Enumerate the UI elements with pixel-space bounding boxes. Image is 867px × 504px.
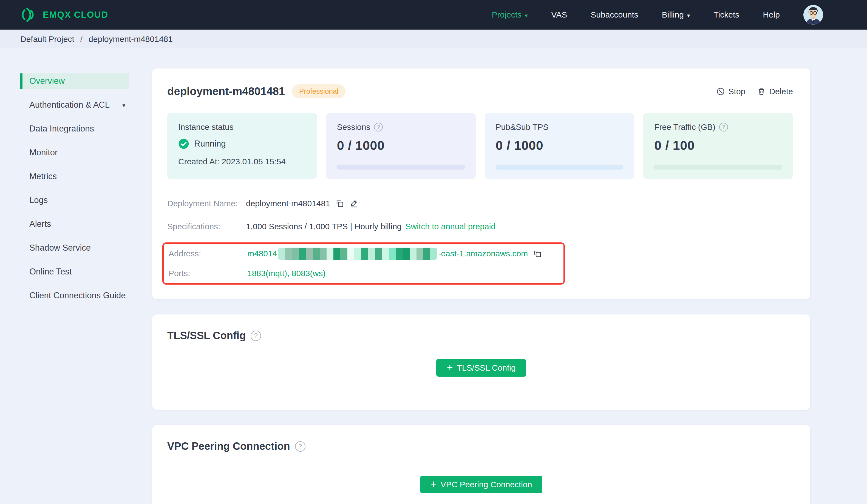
sidebar: Overview Authentication & ACL▾ Data Inte… <box>20 74 129 312</box>
brand-name: EMQX CLOUD <box>43 10 108 20</box>
user-avatar[interactable] <box>803 5 823 25</box>
nav-item-billing[interactable]: Billing▾ <box>662 10 690 20</box>
brand[interactable]: EMQX CLOUD <box>20 7 108 23</box>
specifications-label: Specifications: <box>167 222 246 231</box>
free-traffic-card: Free Traffic (GB)? 0 / 100 <box>643 113 793 179</box>
caret-down-icon: ▾ <box>525 11 528 18</box>
specifications-row: Specifications: 1,000 Sessions / 1,000 T… <box>167 215 793 238</box>
sidebar-item-metrics[interactable]: Metrics <box>20 169 129 184</box>
sidebar-item-label: Shadow Service <box>29 243 91 253</box>
nav-label: Projects <box>492 10 522 20</box>
sidebar-item-monitor[interactable]: Monitor <box>20 145 129 160</box>
pubsub-tps-card: Pub&Sub TPS 0 / 1000 <box>485 113 634 179</box>
help-icon[interactable]: ? <box>250 331 261 341</box>
address-prefix: m48014 <box>247 249 277 258</box>
tls-ssl-card: TLS/SSL Config ? + TLS/SSL Config <box>152 315 810 410</box>
caret-down-icon: ▾ <box>687 11 690 18</box>
nav-item-projects[interactable]: Projects▾ <box>492 10 528 20</box>
deployment-name-label: Deployment Name: <box>167 199 246 208</box>
copy-icon[interactable] <box>335 199 344 208</box>
sidebar-item-overview[interactable]: Overview <box>20 74 129 89</box>
sidebar-item-authentication-acl[interactable]: Authentication & ACL▾ <box>20 97 129 112</box>
deployment-name-value: deployment-m4801481 <box>246 199 330 208</box>
nav-label: Help <box>763 10 780 20</box>
specifications-value: 1,000 Sessions / 1,000 TPS | Hourly bill… <box>246 222 402 231</box>
sessions-value: 0 / 1000 <box>337 138 465 153</box>
sidebar-item-label: Client Connections Guide <box>29 291 126 300</box>
nav-label: Subaccounts <box>591 10 638 20</box>
sidebar-item-label: Metrics <box>29 172 57 181</box>
created-at: Created At: 2023.01.05 15:54 <box>178 157 306 166</box>
help-icon[interactable]: ? <box>719 123 728 131</box>
sessions-progressbar <box>337 165 465 169</box>
nav-label: Billing <box>662 10 684 20</box>
stat-label: Sessions <box>337 122 371 132</box>
edit-icon[interactable] <box>349 199 358 208</box>
nav-item-tickets[interactable]: Tickets <box>714 10 739 20</box>
stop-button[interactable]: Stop <box>716 87 746 96</box>
switch-annual-prepaid-link[interactable]: Switch to annual prepaid <box>406 222 496 231</box>
address-ports-annotation-box: Address: m48014 -east-1.amazonaws.com Po… <box>162 242 565 285</box>
sidebar-item-label: Overview <box>29 76 65 86</box>
add-tls-ssl-config-button[interactable]: + TLS/SSL Config <box>436 359 526 377</box>
ports-label: Ports: <box>169 269 247 278</box>
nav-item-help[interactable]: Help <box>763 10 780 20</box>
help-icon[interactable]: ? <box>374 123 383 131</box>
tls-title-row: TLS/SSL Config ? <box>167 330 795 342</box>
top-navbar: EMQX CLOUD Projects▾ VAS Subaccounts Bil… <box>0 0 867 30</box>
stat-label: Free Traffic (GB) <box>654 122 715 132</box>
sidebar-item-alerts[interactable]: Alerts <box>20 216 129 232</box>
caret-down-icon: ▾ <box>122 101 125 109</box>
redacted-address-mosaic <box>278 248 437 260</box>
plus-icon: + <box>447 362 453 374</box>
instance-status-card: Instance status Running Created At: 2023… <box>167 113 317 179</box>
add-tls-label: TLS/SSL Config <box>457 363 516 373</box>
sidebar-item-label: Alerts <box>29 219 51 229</box>
main-nav: Projects▾ VAS Subaccounts Billing▾ Ticke… <box>492 5 823 25</box>
sidebar-item-label: Data Integrations <box>29 124 94 134</box>
help-icon[interactable]: ? <box>295 441 306 452</box>
sidebar-item-label: Authentication & ACL <box>29 100 110 110</box>
stop-label: Stop <box>729 87 746 96</box>
deployment-overview-card: deployment-m4801481 Professional Stop De… <box>152 68 810 299</box>
stat-label: Instance status <box>178 122 234 132</box>
deployment-details: Deployment Name: deployment-m4801481 Spe… <box>167 192 793 285</box>
nav-label: Tickets <box>714 10 739 20</box>
add-vpc-label: VPC Peering Connection <box>441 480 532 489</box>
address-label: Address: <box>169 249 247 258</box>
ports-row: Ports: 1883(mqtt), 8083(ws) <box>169 263 564 283</box>
add-vpc-peering-button[interactable]: + VPC Peering Connection <box>420 476 543 493</box>
tls-title: TLS/SSL Config <box>167 330 246 342</box>
sidebar-item-label: Monitor <box>29 147 57 157</box>
stat-label: Pub&Sub TPS <box>496 122 549 132</box>
breadcrumb-separator: / <box>81 34 83 44</box>
sidebar-item-logs[interactable]: Logs <box>20 193 129 208</box>
plus-icon: + <box>430 479 437 490</box>
status-badge: Running <box>194 139 226 149</box>
tps-progressbar <box>496 165 623 169</box>
nav-item-subaccounts[interactable]: Subaccounts <box>591 10 638 20</box>
sessions-card: Sessions? 0 / 1000 <box>326 113 476 179</box>
nav-item-vas[interactable]: VAS <box>552 10 567 20</box>
plan-badge: Professional <box>292 84 345 98</box>
sidebar-item-label: Logs <box>29 195 48 205</box>
main-content: deployment-m4801481 Professional Stop De… <box>152 68 810 504</box>
sidebar-item-online-test[interactable]: Online Test <box>20 264 129 280</box>
deployment-name-row: Deployment Name: deployment-m4801481 <box>167 192 793 215</box>
sidebar-item-client-connections-guide[interactable]: Client Connections Guide <box>20 288 129 303</box>
sidebar-item-label: Online Test <box>29 267 72 277</box>
vpc-title: VPC Peering Connection <box>167 440 290 452</box>
delete-button[interactable]: Delete <box>757 87 793 96</box>
check-circle-icon <box>178 138 189 149</box>
address-row: Address: m48014 -east-1.amazonaws.com <box>169 244 564 263</box>
breadcrumb-project-link[interactable]: Default Project <box>20 34 74 44</box>
vpc-title-row: VPC Peering Connection ? <box>167 440 795 452</box>
avatar-person-icon <box>803 5 823 25</box>
trash-icon <box>757 87 766 96</box>
deployment-title-row: deployment-m4801481 Professional Stop De… <box>167 84 793 98</box>
copy-icon[interactable] <box>533 249 542 258</box>
sidebar-item-shadow-service[interactable]: Shadow Service <box>20 240 129 255</box>
sidebar-item-data-integrations[interactable]: Data Integrations <box>20 121 129 136</box>
status-row: Running <box>178 138 306 149</box>
ports-value: 1883(mqtt), 8083(ws) <box>247 269 325 278</box>
